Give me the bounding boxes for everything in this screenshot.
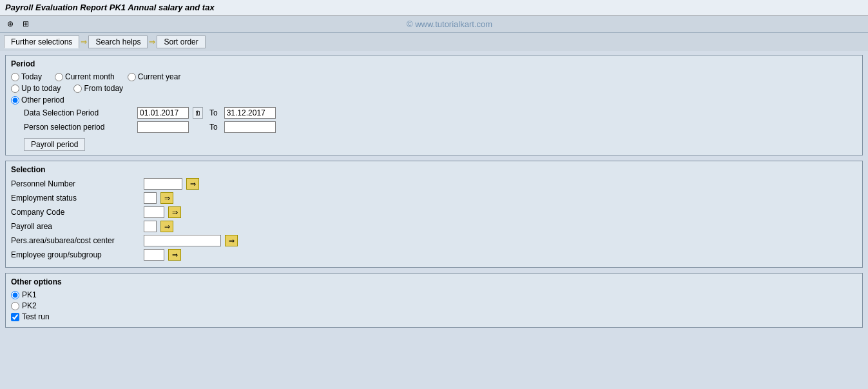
pers-area-label: Pers.area/subarea/cost center <box>11 236 140 245</box>
test-run-checkbox[interactable] <box>11 313 19 321</box>
employee-group-row: Employee group/subgroup ⇒ <box>11 249 857 261</box>
radio-from-today-label: From today <box>84 84 123 93</box>
test-run-label: Test run <box>22 312 50 321</box>
radio-up-to-today[interactable]: Up to today <box>11 84 61 93</box>
personnel-number-arrow[interactable]: ⇒ <box>186 178 199 190</box>
employment-status-arrow[interactable]: ⇒ <box>160 192 173 204</box>
radio-current-year-label: Current year <box>138 72 181 81</box>
watermark: © www.tutorialkart.com <box>35 19 864 29</box>
personnel-number-input[interactable] <box>144 178 182 190</box>
personnel-number-row: Personnel Number ⇒ <box>11 178 857 190</box>
company-code-input[interactable] <box>144 206 164 218</box>
person-selection-period-row: Person selection period To <box>24 121 857 133</box>
company-code-row: Company Code ⇒ <box>11 206 857 218</box>
pk2-label: PK2 <box>22 301 37 310</box>
data-selection-period-row: Data Selection Period 🗓 To <box>24 107 857 119</box>
radio-current-month[interactable]: Current month <box>55 72 115 81</box>
employment-status-label: Employment status <box>11 194 140 203</box>
pk1-row: PK1 <box>11 290 857 299</box>
pk2-radio[interactable] <box>11 302 19 310</box>
other-options-section: Other options PK1 PK2 Test run <box>5 273 863 328</box>
radio-other-period[interactable]: Other period <box>11 95 64 105</box>
radio-other-period-label: Other period <box>21 95 64 105</box>
person-selection-from-input[interactable] <box>137 121 189 133</box>
payroll-area-label: Payroll area <box>11 222 140 231</box>
test-run-row: Test run <box>11 312 857 321</box>
radio-up-to-today-input[interactable] <box>11 85 19 93</box>
data-selection-calendar-btn[interactable]: 🗓 <box>193 107 203 119</box>
pk2-row: PK2 <box>11 301 857 310</box>
data-selection-to-input[interactable] <box>224 107 276 119</box>
person-selection-to-label: To <box>209 123 218 132</box>
period-row-3: Other period <box>11 95 857 105</box>
main-content: Period Today Current month Current year … <box>0 51 868 337</box>
period-section: Period Today Current month Current year … <box>5 55 863 155</box>
radio-current-month-label: Current month <box>65 72 115 81</box>
employee-group-arrow[interactable]: ⇒ <box>168 249 181 261</box>
data-selection-label: Data Selection Period <box>24 108 133 117</box>
period-row-1: Today Current month Current year <box>11 72 857 81</box>
tab-bar: Further selections ⇒ Search helps ⇒ Sort… <box>0 33 868 51</box>
employee-group-input[interactable] <box>144 249 164 261</box>
payroll-area-row: Payroll area ⇒ <box>11 221 857 232</box>
radio-from-today-input[interactable] <box>73 85 82 93</box>
radio-current-month-input[interactable] <box>55 73 63 81</box>
radio-from-today[interactable]: From today <box>73 84 123 93</box>
radio-today-label: Today <box>21 72 42 81</box>
tab-search-helps-label: Search helps <box>95 37 140 46</box>
tab-further-selections[interactable]: Further selections <box>4 35 79 48</box>
employment-status-input[interactable] <box>144 192 157 204</box>
data-selection-to-label: To <box>209 108 218 117</box>
data-selection-from-input[interactable] <box>137 107 189 119</box>
tab-search-helps[interactable]: Search helps <box>88 35 148 48</box>
payroll-area-input[interactable] <box>144 221 157 232</box>
employment-status-row: Employment status ⇒ <box>11 192 857 204</box>
tab-arrow-2: ⇒ <box>149 37 155 46</box>
back-icon[interactable]: ⊕ <box>4 17 17 30</box>
pk1-label: PK1 <box>22 290 37 299</box>
radio-other-period-input[interactable] <box>11 96 19 105</box>
tab-further-selections-label: Further selections <box>11 37 72 46</box>
selection-section: Selection Personnel Number ⇒ Employment … <box>5 161 863 268</box>
tab-sort-order[interactable]: Sort order <box>157 35 205 48</box>
page-title: Payroll Evaluation Report PK1 Annual sal… <box>5 3 215 12</box>
radio-up-to-today-label: Up to today <box>21 84 61 93</box>
pk1-radio[interactable] <box>11 291 19 299</box>
toolbar: ⊕ ⊞ © www.tutorialkart.com <box>0 15 868 33</box>
company-code-arrow[interactable]: ⇒ <box>168 206 181 218</box>
employee-group-label: Employee group/subgroup <box>11 250 140 259</box>
pers-area-arrow[interactable]: ⇒ <box>225 235 238 246</box>
radio-today[interactable]: Today <box>11 72 42 81</box>
radio-today-input[interactable] <box>11 73 19 81</box>
payroll-area-arrow[interactable]: ⇒ <box>160 221 173 232</box>
selection-title: Selection <box>11 165 857 174</box>
tab-arrow-1: ⇒ <box>81 37 87 46</box>
person-selection-label: Person selection period <box>24 123 133 132</box>
pers-area-row: Pers.area/subarea/cost center ⇒ <box>11 235 857 246</box>
title-bar: Payroll Evaluation Report PK1 Annual sal… <box>0 0 868 15</box>
radio-current-year[interactable]: Current year <box>128 72 181 81</box>
pers-area-input[interactable] <box>144 235 221 246</box>
company-code-label: Company Code <box>11 208 140 217</box>
payroll-period-button[interactable]: Payroll period <box>24 138 85 151</box>
person-selection-to-input[interactable] <box>224 121 276 133</box>
radio-current-year-input[interactable] <box>128 73 136 81</box>
period-title: Period <box>11 59 857 68</box>
other-options-title: Other options <box>11 277 857 286</box>
personnel-number-label: Personnel Number <box>11 179 140 188</box>
tab-sort-order-label: Sort order <box>164 37 198 46</box>
period-row-2: Up to today From today <box>11 84 857 93</box>
grid-icon[interactable]: ⊞ <box>19 17 32 30</box>
